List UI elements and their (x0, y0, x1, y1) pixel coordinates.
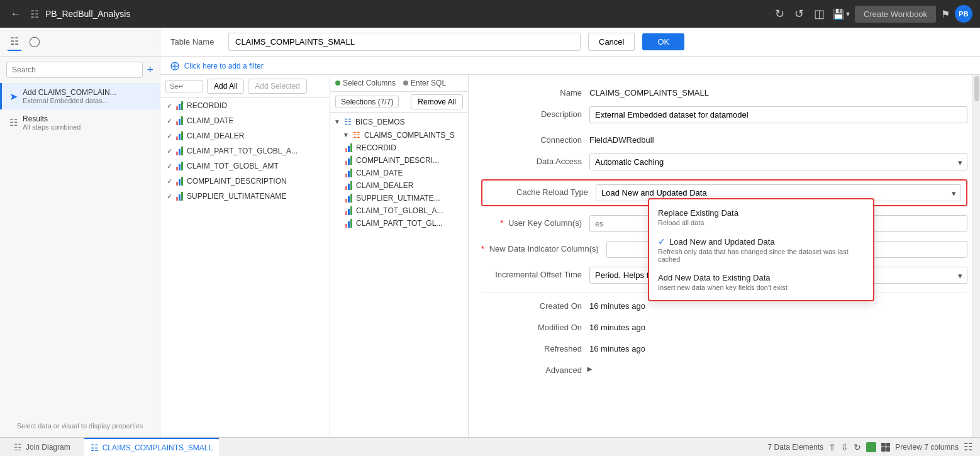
sidebar-footer-text: Select data or visual to display propert… (17, 422, 143, 430)
grid-view-icon (881, 443, 890, 452)
tree-col-claim-dealer[interactable]: CLAIM_DEALER (330, 179, 468, 192)
scroll-track (972, 75, 980, 437)
add-datasource-button[interactable]: + (147, 64, 153, 77)
topbar: ← ☷ PB_RedBull_Analysis ↻ ↺ ◫ 💾 ▾ Create… (0, 0, 980, 28)
sidebar-item-add-claims[interactable]: ➤ Add CLAIMS_COMPLAIN... External Embedd… (0, 83, 160, 109)
sidebar-data-icon[interactable]: ☷ (8, 33, 21, 51)
col-panel-header: Add All Add Selected (160, 75, 330, 98)
preview-label: Preview 7 columns (895, 443, 959, 452)
column-name: SUPPLIER_ULTIMATENAME (187, 192, 286, 201)
avatar: PB (955, 5, 972, 23)
filter-icon[interactable]: ☷ (964, 441, 972, 453)
new-data-label: * New Data Indicator Column(s) (481, 241, 599, 253)
remove-all-button[interactable]: Remove All (411, 94, 463, 109)
collapse-icon: ▼ (334, 118, 340, 125)
enter-sql-tab[interactable]: Enter SQL (403, 79, 446, 87)
required-star: * (481, 244, 484, 253)
search-input[interactable] (6, 62, 143, 78)
search-row: + (0, 57, 160, 83)
name-value: CLAIMS_COMPLAINTS_SMALL (589, 85, 967, 97)
data-elements-label: 7 Data Elements (768, 443, 824, 452)
add-selected-button[interactable]: Add Selected (248, 79, 306, 94)
sidebar: ☷ ◯ + ➤ Add CLAIMS_COMPLAIN... External … (0, 28, 160, 437)
bookmark-button[interactable]: ⚑ (941, 8, 950, 20)
props-modified-on-row: Modified On 16 minutes ago (481, 320, 967, 332)
tree-col-claim-part[interactable]: CLAIM_PART_TOT_GL... (330, 217, 468, 230)
column-item-claim-tot[interactable]: ✓ CLAIM_TOT_GLOBL_AMT (160, 158, 330, 174)
tree-col-claim-date[interactable]: CLAIM_DATE (330, 167, 468, 179)
advanced-row[interactable]: Advanced ► (481, 362, 967, 375)
cancel-button[interactable]: Cancel (588, 33, 635, 51)
save-button[interactable]: 💾 ▾ (832, 8, 850, 20)
collapse-icon: ▼ (343, 131, 349, 138)
tree-label: CLAIMS_COMPLAINTS_S (364, 131, 455, 140)
dropdown-item-title: Add New Data to Existing Data (658, 273, 864, 282)
undo-button[interactable]: ↻ (772, 4, 787, 23)
tree-item-claims-table[interactable]: ▼ ☷ CLAIMS_COMPLAINTS_S (330, 128, 468, 142)
dropdown-item-replace[interactable]: Replace Existing Data Reload all data (649, 203, 873, 231)
results-icon: ☷ (9, 117, 18, 128)
column-item-complaint-desc[interactable]: ✓ COMPLAINT_DESCRIPTION (160, 174, 330, 189)
column-item-claim-part[interactable]: ✓ CLAIM_PART_TOT_GLOBL_A... (160, 143, 330, 158)
sidebar-footer: Select data or visual to display propert… (0, 414, 160, 437)
arrow-down-button[interactable]: ⇩ (841, 442, 849, 452)
redo-button[interactable]: ↺ (792, 4, 806, 23)
column-bar-icon (345, 156, 352, 165)
dropdown-item-subtitle: Refresh only data that has changed since… (658, 248, 864, 263)
dropdown-item-load-new[interactable]: ✓ Load New and Updated Data Refresh only… (649, 231, 873, 268)
column-bar-icon (176, 177, 183, 186)
ok-button[interactable]: OK (642, 33, 684, 50)
tree-col-complaint-descri[interactable]: COMPLAINT_DESCRI... (330, 154, 468, 167)
user-key-label: * User Key Column(s) (481, 215, 582, 228)
create-workbook-button[interactable]: Create Workbook (855, 6, 936, 23)
connection-value: FieldADWRedbull (589, 132, 967, 145)
props-description-row: Description (481, 106, 967, 123)
tree-col-claim-tot[interactable]: CLAIM_TOT_GLOBL_A... (330, 204, 468, 217)
column-bar-icon (176, 162, 183, 170)
scroll-thumb[interactable] (974, 76, 979, 101)
sidebar-icons: ☷ ◯ (0, 28, 160, 57)
table-tab-icon: ☷ (91, 443, 99, 453)
column-item-claim-date[interactable]: ✓ CLAIM_DATE (160, 113, 330, 128)
tree-col-name: COMPLAINT_DESCRI... (356, 156, 439, 165)
view-button[interactable]: ◫ (811, 4, 827, 23)
green-dot (335, 81, 340, 86)
required-star: * (500, 218, 503, 228)
data-access-label: Data Access (481, 153, 582, 166)
arrow-up-button[interactable]: ⇧ (828, 442, 836, 452)
column-item-recordid[interactable]: ✓ RECORDID (160, 98, 330, 113)
column-search-input[interactable] (165, 80, 203, 92)
tree-col-supplier[interactable]: SUPPLIER_ULTIMATE... (330, 192, 468, 204)
column-item-supplier[interactable]: ✓ SUPPLIER_ULTIMATENAME (160, 189, 330, 204)
add-filter-link[interactable]: Click here to add a filter (184, 62, 264, 70)
claims-tab[interactable]: ☷ CLAIMS_COMPLAINTS_SMALL (84, 438, 219, 456)
filter-plus-icon: ⨁ (170, 60, 179, 70)
tree-col-recordid[interactable]: RECORDID (330, 142, 468, 154)
tree-col-name: CLAIM_DEALER (356, 181, 413, 190)
table-name-input[interactable] (228, 33, 581, 51)
select-columns-tab[interactable]: Select Columns (335, 79, 396, 87)
join-diagram-tab[interactable]: ☷ Join Diagram (8, 438, 77, 456)
column-name: CLAIM_DEALER (187, 131, 244, 140)
check-icon: ✓ (167, 192, 172, 201)
check-icon: ✓ (167, 162, 172, 170)
table-name-label: Table Name (170, 37, 221, 47)
refresh-button[interactable]: ↻ (854, 442, 861, 452)
sidebar-item-results[interactable]: ☷ Results All steps combined (0, 109, 160, 136)
statusbar: ☷ Join Diagram ☷ CLAIMS_COMPLAINTS_SMALL… (0, 437, 980, 456)
document-icon: ☷ (30, 8, 39, 20)
join-diagram-icon: ☷ (14, 442, 22, 452)
sidebar-shape-icon[interactable]: ◯ (26, 33, 43, 51)
description-input[interactable] (589, 106, 967, 123)
column-item-claim-dealer[interactable]: ✓ CLAIM_DEALER (160, 128, 330, 143)
check-icon: ✓ (167, 177, 172, 186)
back-button[interactable]: ← (8, 5, 24, 23)
column-bar-icon (176, 192, 183, 201)
check-icon: ✓ (167, 147, 172, 155)
app-title: PB_RedBull_Analysis (45, 9, 766, 19)
dropdown-item-add-new[interactable]: Add New Data to Existing Data Insert new… (649, 268, 873, 296)
tree-col-name: CLAIM_DATE (356, 169, 403, 177)
add-all-button[interactable]: Add All (207, 79, 244, 94)
data-access-select[interactable]: Automatic Caching No Caching Always Live (589, 153, 967, 170)
tree-item-bics-demos[interactable]: ▼ ☷ BICS_DEMOS (330, 115, 468, 128)
